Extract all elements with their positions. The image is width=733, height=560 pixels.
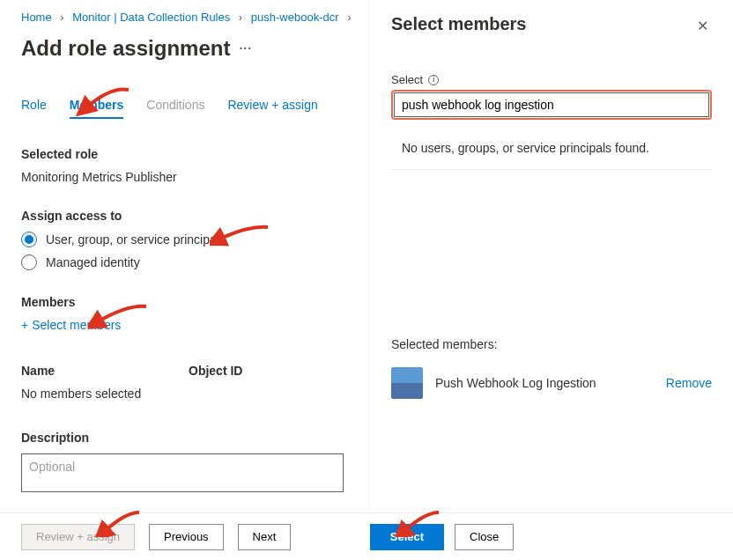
members-label: Members xyxy=(21,295,370,309)
close-button[interactable]: Close xyxy=(455,524,514,550)
panel-title: Select members xyxy=(391,14,526,34)
select-field-label: Select xyxy=(391,73,423,86)
select-button[interactable]: Select xyxy=(370,524,444,550)
breadcrumb-monitor[interactable]: Monitor | Data Collection Rules xyxy=(72,11,230,24)
members-table-empty: No members selected xyxy=(21,387,370,411)
selected-role-label: Selected role xyxy=(21,147,370,161)
radio-principal-label: User, group, or service principal xyxy=(46,232,219,247)
description-textarea[interactable]: Optional xyxy=(21,453,344,492)
col-object-id: Object ID xyxy=(189,364,242,378)
footer-bar: Review + assign Previous Next Select Clo… xyxy=(0,512,733,560)
close-icon[interactable]: ✕ xyxy=(693,14,712,38)
page-title: Add role assignment xyxy=(21,36,230,61)
radio-icon xyxy=(21,232,37,247)
tab-role[interactable]: Role xyxy=(21,98,47,119)
radio-identity-label: Managed identity xyxy=(46,255,140,269)
tab-members[interactable]: Members xyxy=(70,98,123,119)
breadcrumb-home[interactable]: Home xyxy=(21,11,52,24)
info-icon[interactable]: i xyxy=(428,75,439,85)
description-label: Description xyxy=(21,431,370,445)
search-highlight xyxy=(391,90,712,120)
select-members-panel: Select members ✕ Select i No users, grou… xyxy=(370,0,733,560)
tab-review[interactable]: Review + assign xyxy=(227,98,317,119)
no-results-message: No users, groups, or service principals … xyxy=(391,120,712,170)
selected-member-row: Push Webhook Log Ingestion Remove xyxy=(391,367,712,399)
chevron-right-icon: › xyxy=(239,11,242,24)
review-assign-button[interactable]: Review + assign xyxy=(21,524,135,550)
remove-member-link[interactable]: Remove xyxy=(666,376,712,390)
assign-access-label: Assign access to xyxy=(21,209,370,223)
search-input[interactable] xyxy=(395,93,708,116)
previous-button[interactable]: Previous xyxy=(149,524,224,550)
selected-members-label: Selected members: xyxy=(391,337,712,351)
breadcrumb-dcr[interactable]: push-webook-dcr xyxy=(251,11,339,24)
next-button[interactable]: Next xyxy=(238,524,292,550)
select-members-link[interactable]: +Select members xyxy=(21,318,121,332)
radio-managed-identity[interactable]: Managed identity xyxy=(21,254,370,270)
assign-access-radio-group: User, group, or service principal Manage… xyxy=(21,232,370,270)
chevron-right-icon: › xyxy=(60,11,63,24)
members-table-header: Name Object ID xyxy=(21,357,370,387)
tabs: Role Members Conditions Review + assign xyxy=(21,98,370,119)
breadcrumb: Home › Monitor | Data Collection Rules ›… xyxy=(21,11,370,24)
member-name: Push Webhook Log Ingestion xyxy=(435,376,654,390)
selected-role-value: Monitoring Metrics Publisher xyxy=(21,170,370,184)
chevron-right-icon: › xyxy=(347,11,351,24)
col-name: Name xyxy=(21,364,189,378)
tab-conditions[interactable]: Conditions xyxy=(146,98,204,119)
radio-icon xyxy=(21,254,37,270)
radio-principal[interactable]: User, group, or service principal xyxy=(21,232,370,247)
plus-icon: + xyxy=(21,318,28,332)
more-actions-icon[interactable]: ··· xyxy=(239,41,252,55)
app-icon xyxy=(391,367,423,399)
